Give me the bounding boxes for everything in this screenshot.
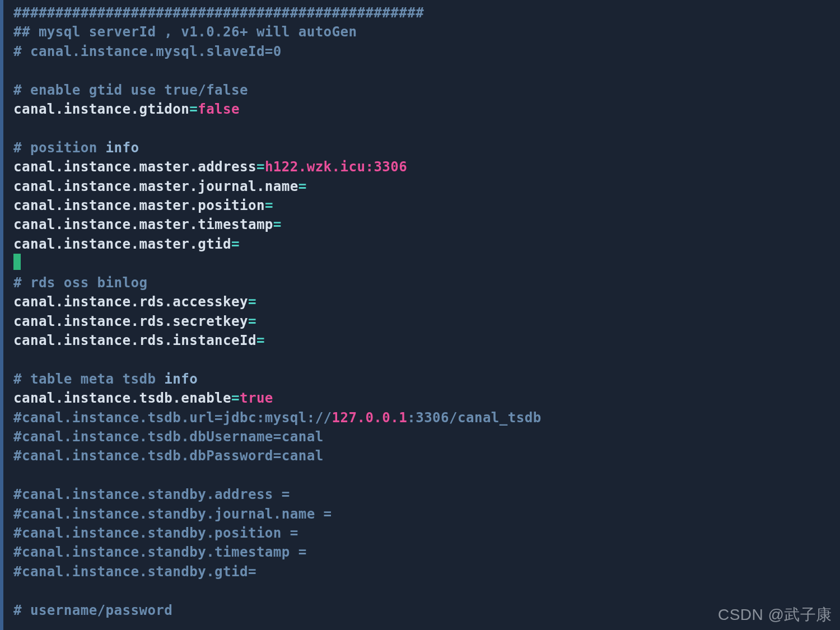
comment-line: #canal.instance.standby.position = [13,525,298,541]
equals: = [231,236,240,252]
comment-info: info [164,371,198,387]
equals: = [248,314,256,329]
prop-val-address: h122.wzk.icu:3306 [265,159,407,175]
equals: = [298,179,307,194]
comment-line: :3306/canal_tsdb [407,410,541,426]
comment-line: # username/password [13,603,172,618]
comment-line: #canal.instance.standby.address = [13,487,290,502]
equals: = [189,101,198,117]
prop-val-gtidon: false [198,101,240,117]
comment-line: #canal.instance.tsdb.url=jdbc:mysql:// [13,410,332,426]
comment-line: # position [13,140,106,156]
comment-line: #canal.instance.standby.journal.name = [13,506,332,522]
prop-key-journal-name: canal.instance.master.journal.name [13,179,298,194]
cursor [13,254,21,270]
comment-line: # canal.instance.mysql.slaveId=0 [13,44,282,59]
equals: = [273,217,282,232]
comment-info: info [106,140,139,156]
prop-val-tsdb-enable: true [240,390,273,406]
equals: = [256,333,265,348]
code-editor[interactable]: ########################################… [3,0,840,620]
prop-key-tsdb-enable: canal.instance.tsdb.enable [13,390,231,406]
prop-key-address: canal.instance.master.address [13,159,256,175]
equals: = [265,198,273,213]
prop-key-position: canal.instance.master.position [13,198,265,213]
comment-line: # rds oss binlog [13,275,147,291]
prop-key-gtid: canal.instance.master.gtid [13,236,231,252]
comment-line: #canal.instance.tsdb.dbPassword=canal [13,448,324,464]
comment-line: ########################################… [13,5,424,21]
equals: = [231,390,240,406]
prop-key-secretkey: canal.instance.rds.secretkey [13,314,248,329]
comment-line: # enable gtid use true/false [13,82,248,98]
comment-line: #canal.instance.standby.timestamp = [13,544,307,560]
ip-literal: 127.0.0.1 [332,410,408,426]
prop-key-instanceid: canal.instance.rds.instanceId [13,333,256,348]
comment-line: ## mysql serverId , v1.0.26+ will autoGe… [13,24,357,40]
prop-key-gtidon: canal.instance.gtidon [13,101,189,117]
comment-line: #canal.instance.tsdb.dbUsername=canal [13,429,324,445]
comment-line: # table meta tsdb [13,371,164,387]
prop-key-timestamp: canal.instance.master.timestamp [13,217,273,232]
prop-key-accesskey: canal.instance.rds.accesskey [13,294,248,310]
equals: = [256,159,265,175]
comment-line: #canal.instance.standby.gtid= [13,564,256,580]
equals: = [248,294,256,310]
